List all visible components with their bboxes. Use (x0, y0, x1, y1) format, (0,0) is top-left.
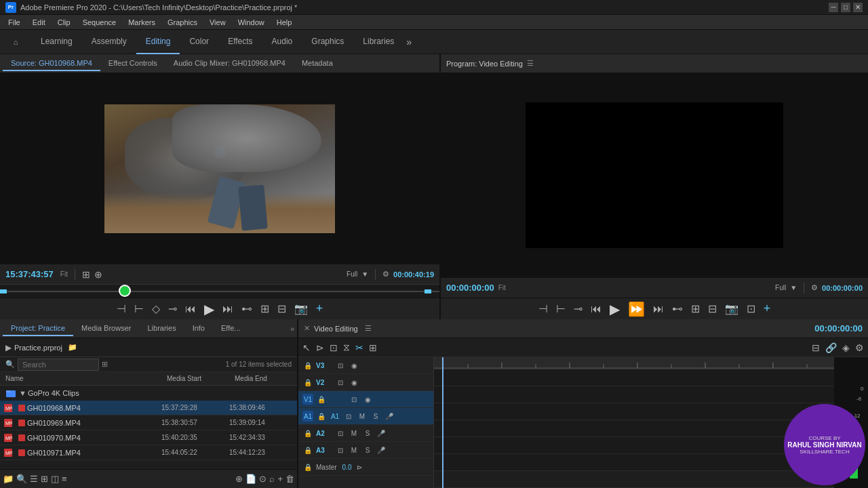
track-a1-name[interactable]: A1 (330, 411, 340, 422)
track-eye-v1[interactable]: ◉ (362, 394, 373, 405)
rate-stretch-tool[interactable]: ⧖ (342, 340, 351, 354)
linked-selection-button[interactable]: 🔗 (824, 341, 838, 354)
file-row-3[interactable]: MP4 GH010971.MP4 15:44:05:22 15:44:12:23 (0, 445, 297, 460)
source-tab-effect-controls[interactable]: Effect Controls (100, 56, 165, 71)
track-sync-a3[interactable]: ⊡ (335, 445, 346, 455)
panel-more-button[interactable]: » (290, 325, 294, 333)
search-input[interactable] (18, 359, 99, 371)
freeform-view-button[interactable]: ◫ (51, 474, 59, 484)
source-out-marker[interactable] (425, 289, 431, 293)
program-full-dropdown[interactable]: ▼ (790, 284, 797, 291)
home-button[interactable]: ⌂ (5, 32, 26, 52)
ws-tab-editing[interactable]: Editing (136, 30, 180, 54)
ws-tab-libraries[interactable]: Libraries (353, 30, 403, 54)
track-lock-v2[interactable]: 🔒 (302, 377, 313, 388)
track-sync-a1[interactable]: ⊡ (343, 411, 354, 422)
track-name-a3[interactable]: A3 (316, 447, 332, 454)
track-lock-a1[interactable]: 🔒 (316, 411, 327, 422)
ripple-edit-tool[interactable]: ⊡ (328, 341, 339, 354)
razor-tool[interactable]: ✂ (354, 341, 365, 354)
menu-sequence[interactable]: Sequence (77, 17, 122, 28)
timeline-ruler[interactable] (434, 357, 834, 369)
track-mute-a1[interactable]: M (357, 411, 368, 422)
source-play-button[interactable]: ▶ (201, 300, 217, 319)
track-name-v2[interactable]: V2 (316, 379, 332, 386)
file-row-2[interactable]: MP4 GH010970.MP4 15:40:20:35 15:42:34:33 (0, 430, 297, 445)
track-select-fwd-tool[interactable]: ⊳ (315, 341, 326, 354)
program-fit-dropdown[interactable]: Fit (498, 284, 506, 291)
workspace-more-button[interactable]: » (406, 37, 412, 47)
tab-media-browser[interactable]: Media Browser (73, 321, 139, 336)
new-bin-button[interactable]: 📁 (3, 474, 14, 484)
menu-view[interactable]: View (204, 17, 231, 28)
timeline-menu-icon[interactable]: ☰ (365, 324, 372, 333)
source-go-out-button[interactable]: ⊷ (239, 301, 255, 317)
menu-edit[interactable]: Edit (27, 17, 51, 28)
source-tab-source[interactable]: Source: GH010968.MP4 (3, 56, 100, 71)
source-timecode[interactable]: 15:37:43:57 (5, 269, 54, 279)
find-button[interactable]: ⌕ (269, 474, 275, 484)
track-solo-a1[interactable]: S (370, 411, 381, 422)
program-play-loop-button[interactable]: ⏩ (625, 300, 648, 319)
track-lock-a2[interactable]: 🔒 (302, 428, 313, 439)
filter-icon[interactable]: ⊞ (102, 360, 108, 369)
source-fit-dropdown[interactable]: Fit (60, 270, 68, 278)
source-export-frame-icon[interactable]: ⊕ (94, 269, 102, 280)
track-mic-a1[interactable]: 🎤 (384, 411, 395, 422)
timeline-timecode[interactable]: 00:00:00:00 (814, 323, 863, 333)
source-safe-zones-icon[interactable]: ⊞ (82, 269, 90, 280)
program-full-label[interactable]: Full (775, 284, 786, 291)
slip-tool[interactable]: ⊞ (368, 341, 378, 354)
automate-button[interactable]: ⊙ (259, 474, 267, 484)
snap-button[interactable]: ⊟ (810, 341, 821, 354)
track-solo-a3[interactable]: S (362, 445, 373, 455)
track-sync-v1[interactable]: ⊡ (349, 394, 359, 405)
program-export-frame-button[interactable]: 📷 (722, 301, 741, 317)
selection-tool[interactable]: ↖ (301, 341, 312, 354)
program-mark-out-button[interactable]: ⊢ (553, 301, 568, 317)
track-lock-v3[interactable]: 🔒 (302, 360, 313, 371)
program-timecode[interactable]: 00:00:00:00 (446, 283, 494, 293)
source-playhead[interactable] (119, 285, 131, 297)
menu-window[interactable]: Window (233, 17, 270, 28)
minimize-button[interactable]: ─ (829, 3, 838, 12)
program-trim-monitor-button[interactable]: ⊡ (744, 301, 758, 317)
folder-row-gopro[interactable]: ▼ GoPro 4K Clips (0, 386, 297, 401)
track-mic-a3[interactable]: 🎤 (376, 445, 387, 455)
program-menu-icon[interactable]: ☰ (527, 59, 534, 68)
menu-graphics[interactable]: Graphics (162, 17, 203, 28)
source-mark-out-button[interactable]: ⊢ (132, 301, 146, 317)
program-play-button[interactable]: ▶ (607, 300, 623, 319)
program-go-out-button[interactable]: ⊷ (669, 301, 686, 317)
tab-project[interactable]: Project: Practice (3, 321, 73, 336)
folder-expand-icon[interactable]: ▼ (19, 389, 26, 397)
menu-help[interactable]: Help (271, 17, 298, 28)
menu-file[interactable]: File (3, 17, 26, 28)
track-sync-v2[interactable]: ⊡ (335, 377, 346, 388)
source-tab-metadata[interactable]: Metadata (294, 56, 341, 71)
source-overwrite-button[interactable]: ⊟ (275, 301, 289, 317)
ws-tab-assembly[interactable]: Assembly (82, 30, 136, 54)
track-name-v3[interactable]: V3 (316, 362, 332, 369)
timeline-settings-button[interactable]: ⚙ (854, 341, 865, 354)
source-mark-in-button[interactable]: ⊣ (114, 301, 129, 317)
program-step-back-button[interactable]: ⏮ (588, 302, 604, 317)
track-mic-a2[interactable]: 🎤 (376, 428, 387, 439)
source-step-fwd-button[interactable]: ⏭ (220, 302, 236, 317)
source-insert-button[interactable]: ⊞ (258, 301, 272, 317)
track-master-go-to-end[interactable]: ⊳ (354, 462, 365, 472)
menu-clip[interactable]: Clip (52, 17, 76, 28)
icon-view-button[interactable]: ⊞ (41, 474, 48, 484)
tab-effects[interactable]: Effe... (213, 321, 249, 336)
track-lock-v1[interactable]: 🔒 (316, 394, 327, 405)
program-go-in-button[interactable]: ⊸ (571, 301, 585, 317)
source-add-button[interactable]: + (313, 300, 326, 317)
add-marker-button[interactable]: ◈ (841, 341, 851, 354)
source-export-frame-button[interactable]: 📷 (292, 301, 311, 317)
timeline-close-icon[interactable]: ✕ (304, 324, 310, 333)
program-overwrite-button[interactable]: ⊟ (705, 301, 719, 317)
program-settings-icon[interactable]: ⚙ (811, 283, 818, 292)
maximize-button[interactable]: □ (841, 3, 850, 12)
track-lock-a3[interactable]: 🔒 (302, 445, 313, 455)
new-item-button[interactable]: 📄 (245, 474, 256, 484)
